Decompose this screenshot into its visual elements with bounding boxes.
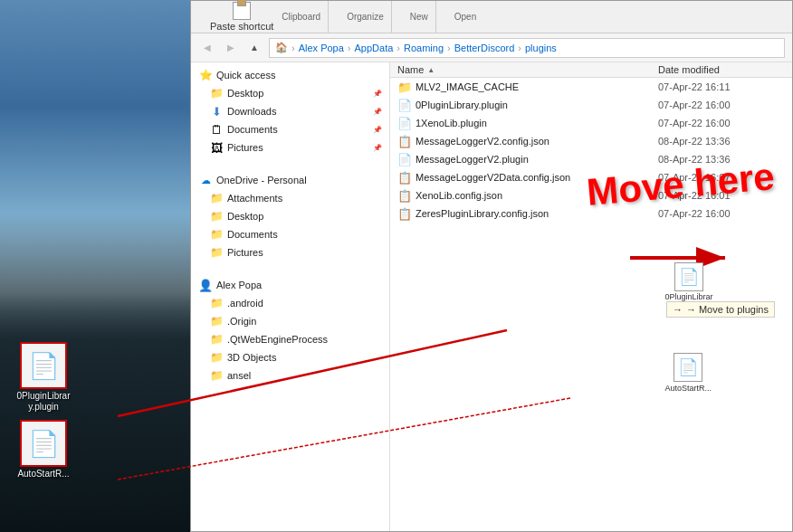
open-label: Open	[454, 12, 476, 22]
pin-icon-3: 📌	[373, 126, 382, 134]
file-header: Name ▲ Date modified	[390, 62, 792, 78]
breadcrumb-appdata[interactable]: AppData	[355, 43, 394, 53]
sidebar-od-documents-label: Documents	[227, 229, 278, 240]
sidebar-downloads-label: Downloads	[227, 106, 276, 117]
file-row[interactable]: 📋 MessageLoggerV2.config.json 08-Apr-22 …	[390, 132, 792, 150]
file-icon: 📋	[397, 134, 412, 148]
new-section: New	[403, 1, 436, 33]
desktop-icon-plugin-image: 📄	[20, 342, 67, 389]
sort-arrow: ▲	[427, 66, 435, 74]
sidebar-documents[interactable]: 🗒 Documents 📌	[191, 120, 389, 138]
col-date-header[interactable]: Date modified	[658, 64, 785, 75]
desktop-icon-plugin-label: 0PluginLibrar y.plugin	[7, 391, 80, 413]
folder-icon-od3: 📁	[209, 227, 224, 242]
file-icon: 📋	[397, 188, 412, 203]
file-icon: 📋	[397, 206, 412, 221]
sidebar-onedrive-label: OneDrive - Personal	[216, 175, 307, 185]
autostart-icon-box: 📄	[674, 353, 702, 382]
cloud-icon: ☁	[198, 173, 213, 187]
pin-icon-2: 📌	[373, 108, 382, 116]
quick-access-label: Quick access	[216, 70, 275, 81]
person-icon: 👤	[198, 278, 213, 292]
sidebar-android[interactable]: 📁 .android	[191, 294, 389, 312]
sidebar-od-pictures[interactable]: 📁 Pictures	[191, 243, 389, 261]
dragged-file-icon-box: 📄	[674, 262, 703, 291]
pin-icon: 📌	[373, 90, 382, 98]
autostart-icon-name: AutoStartR...	[664, 384, 712, 393]
sidebar-desktop-label: Desktop	[227, 88, 263, 99]
new-label: New	[410, 12, 428, 22]
up-button[interactable]: ▲	[245, 39, 263, 57]
back-button[interactable]: ◀	[198, 39, 216, 57]
clipboard-section: Paste shortcut Clipboard	[198, 1, 329, 33]
folder-icon-od2: 📁	[209, 209, 224, 223]
folder-icon-od1: 📁	[209, 191, 224, 205]
file-date: 07-Apr-22 16:00	[658, 100, 785, 110]
sidebar-desktop[interactable]: 📁 Desktop 📌	[191, 84, 389, 102]
paste-shortcut-button[interactable]: Paste shortcut	[205, 0, 278, 34]
sidebar-qt[interactable]: 📁 .QtWebEngineProcess	[191, 330, 389, 348]
sidebar-user-label: Alex Popa	[216, 280, 262, 290]
paste-icon	[233, 2, 251, 20]
sidebar-downloads[interactable]: ⬇ Downloads 📌	[191, 102, 389, 120]
file-name: MessageLoggerV2.plugin	[416, 154, 658, 165]
file-row[interactable]: 📄 0PluginLibrary.plugin 07-Apr-22 16:00	[390, 96, 792, 114]
sidebar: ⭐ Quick access 📁 Desktop 📌 ⬇ Downloads 📌…	[191, 62, 390, 531]
desktop-icon-autostart[interactable]: 📄 AutoStartR...	[7, 420, 80, 480]
col-name-header[interactable]: Name ▲	[397, 64, 658, 75]
organize-section: Organize	[339, 1, 392, 33]
folder-icon-u1: 📁	[209, 296, 224, 310]
sidebar-od-desktop[interactable]: 📁 Desktop	[191, 207, 389, 225]
breadcrumb-alex-popa[interactable]: Alex Popa	[299, 43, 344, 53]
move-tooltip: → → Move to plugins	[666, 301, 775, 318]
file-row[interactable]: 📁 MLV2_IMAGE_CACHE 07-Apr-22 16:11	[390, 78, 792, 96]
paste-shortcut-label: Paste shortcut	[210, 21, 273, 32]
file-name: MLV2_IMAGE_CACHE	[416, 81, 658, 92]
file-name: 1XenoLib.plugin	[416, 118, 658, 128]
sidebar-onedrive[interactable]: ☁ OneDrive - Personal	[191, 171, 389, 189]
sidebar-od-documents[interactable]: 📁 Documents	[191, 225, 389, 243]
sidebar-pictures[interactable]: 🖼 Pictures 📌	[191, 138, 389, 157]
download-icon: ⬇	[209, 104, 224, 119]
sidebar-qt-label: .QtWebEngineProcess	[227, 334, 328, 345]
home-icon: 🏠	[275, 42, 288, 53]
desktop-icon-plugin[interactable]: 📄 0PluginLibrar y.plugin	[7, 342, 80, 413]
sidebar-pictures-label: Pictures	[227, 142, 263, 153]
desktop-icon-autostart-image: 📄	[20, 420, 67, 467]
sidebar-user[interactable]: 👤 Alex Popa	[191, 276, 389, 294]
folder-icon-u5: 📁	[209, 368, 224, 383]
file-name: MessageLoggerV2.config.json	[416, 136, 658, 147]
sidebar-od-attachments[interactable]: 📁 Attachments	[191, 189, 389, 207]
folder-icon-u2: 📁	[209, 314, 224, 328]
sidebar-od-attachments-label: Attachments	[227, 193, 282, 204]
breadcrumb-roaming[interactable]: Roaming	[404, 43, 444, 53]
forward-button[interactable]: ▶	[222, 39, 240, 57]
sidebar-3d[interactable]: 📁 3D Objects	[191, 348, 389, 366]
sidebar-android-label: .android	[227, 298, 263, 309]
breadcrumb-plugins[interactable]: plugins	[525, 43, 557, 53]
file-date: 08-Apr-22 13:36	[658, 136, 785, 147]
file-icon: 📁	[397, 80, 412, 94]
desktop-icon-autostart-label: AutoStartR...	[17, 469, 69, 480]
folder-icon-u3: 📁	[209, 332, 224, 347]
sidebar-3d-label: 3D Objects	[227, 352, 276, 363]
file-icon: 📄	[397, 152, 412, 166]
sidebar-od-desktop-label: Desktop	[227, 211, 263, 222]
file-row[interactable]: 📄 1XenoLib.plugin 07-Apr-22 16:00	[390, 114, 792, 132]
star-icon: ⭐	[198, 68, 213, 82]
file-icon: 📋	[397, 170, 412, 185]
toolbar: Paste shortcut Clipboard Organize New Op…	[191, 1, 792, 33]
sidebar-origin-label: .Origin	[227, 316, 256, 327]
desktop-icons-container: 📄 0PluginLibrar y.plugin 📄 AutoStartR...	[0, 335, 190, 487]
move-tooltip-icon: →	[673, 304, 683, 315]
sidebar-quick-access[interactable]: ⭐ Quick access	[191, 66, 389, 84]
file-icon: 📄	[397, 116, 412, 130]
sidebar-ansel[interactable]: 📁 ansel	[191, 366, 389, 385]
address-path[interactable]: 🏠 › Alex Popa › AppData › Roaming › Bett…	[269, 38, 785, 58]
folder-icon: 📁	[209, 86, 224, 100]
move-tooltip-text: → Move to plugins	[686, 304, 769, 315]
sidebar-origin[interactable]: 📁 .Origin	[191, 312, 389, 330]
address-bar: ◀ ▶ ▲ 🏠 › Alex Popa › AppData › Roaming …	[191, 33, 792, 62]
breadcrumb-betterdiscord[interactable]: BetterDiscord	[454, 43, 515, 53]
file-name: 0PluginLibrary.plugin	[416, 100, 658, 110]
